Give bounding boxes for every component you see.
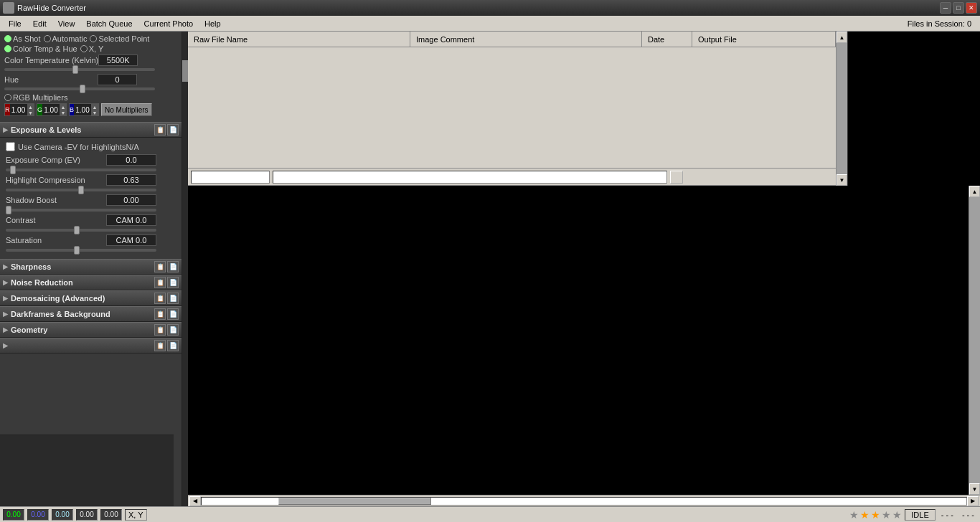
contrast-thumb[interactable] bbox=[74, 226, 80, 234]
darkframes-section-header[interactable]: ▶ Darkframes & Background 📋 📄 bbox=[0, 306, 182, 322]
rgb-b-spin[interactable]: ▲ ▼ bbox=[91, 104, 98, 115]
wb-colortemp-radio[interactable]: Color Temp & Hue bbox=[4, 44, 77, 53]
saturation-slider[interactable] bbox=[6, 249, 156, 252]
star-5[interactable]: ★ bbox=[892, 509, 902, 521]
demosaicing-section-header[interactable]: ▶ Demosaicing (Advanced) 📋 📄 bbox=[0, 290, 182, 306]
hue-slider[interactable] bbox=[4, 87, 155, 90]
wb-xy-radio[interactable]: X, Y bbox=[80, 44, 104, 53]
vscroll-track[interactable] bbox=[837, 43, 847, 174]
exposure-comp-input[interactable] bbox=[106, 154, 156, 166]
highlight-thumb[interactable] bbox=[78, 186, 84, 194]
hscroll-left-arrow[interactable]: ◀ bbox=[189, 496, 201, 506]
rgb-g-down[interactable]: ▼ bbox=[60, 110, 67, 115]
shadow-thumb[interactable] bbox=[6, 206, 11, 214]
extra-section-header[interactable]: ▶ 📋 📄 bbox=[0, 338, 182, 353]
hscroll-track[interactable] bbox=[201, 497, 967, 506]
sharpness-section-header[interactable]: ▶ Sharpness 📋 📄 bbox=[0, 259, 182, 275]
star-1[interactable]: ★ bbox=[849, 509, 859, 521]
no-multipliers-button[interactable]: No Multipliers bbox=[101, 103, 152, 116]
sharpness-paste-icon[interactable]: 📄 bbox=[167, 261, 179, 272]
file-list-vscrollbar[interactable]: ▲ ▼ bbox=[836, 32, 847, 186]
preview-hscrollbar[interactable]: ◀ ▶ bbox=[188, 495, 980, 506]
add-file-button[interactable] bbox=[670, 171, 683, 184]
geometry-paste-icon[interactable]: 📄 bbox=[167, 324, 179, 336]
wb-asshot-radio[interactable]: As Shot bbox=[4, 34, 41, 43]
noise-paste-icon[interactable]: 📄 bbox=[167, 277, 179, 288]
rgb-g-up[interactable]: ▲ bbox=[60, 104, 67, 110]
contrast-slider[interactable] bbox=[6, 229, 156, 232]
preview-vscroll-up[interactable]: ▲ bbox=[969, 186, 980, 197]
exposure-comp-slider[interactable] bbox=[6, 169, 156, 171]
geometry-section-header[interactable]: ▶ Geometry 📋 📄 bbox=[0, 322, 182, 338]
hscroll-right-arrow[interactable]: ▶ bbox=[967, 496, 979, 506]
rgb-r-spin[interactable]: ▲ ▼ bbox=[27, 104, 34, 115]
close-button[interactable]: ✕ bbox=[966, 2, 977, 14]
menu-batch-queue[interactable]: Batch Queue bbox=[80, 18, 138, 29]
left-panel-scroll-area[interactable]: As Shot Automatic Selected Point bbox=[0, 32, 182, 435]
extra-paste-icon[interactable]: 📄 bbox=[167, 340, 179, 351]
left-panel-scroll-thumb[interactable] bbox=[182, 60, 188, 82]
preview-vscroll-down[interactable]: ▼ bbox=[969, 483, 980, 495]
demosaicing-paste-icon[interactable]: 📄 bbox=[167, 293, 179, 304]
extra-copy-icon[interactable]: 📋 bbox=[154, 340, 166, 351]
left-panel-scrollbar[interactable] bbox=[182, 32, 188, 506]
wb-selected-radio[interactable]: Selected Point bbox=[90, 34, 149, 43]
wb-radio-row2: Color Temp & Hue X, Y bbox=[4, 44, 177, 53]
colortemp-label: Color Temp & Hue bbox=[13, 44, 77, 53]
highlight-input[interactable] bbox=[106, 174, 156, 186]
exposure-copy-icon[interactable]: 📋 bbox=[154, 124, 166, 136]
maximize-button[interactable]: □ bbox=[953, 2, 964, 14]
file-comment-input[interactable] bbox=[273, 171, 667, 184]
rgb-g-input[interactable] bbox=[42, 104, 60, 115]
exposure-paste-icon[interactable]: 📄 bbox=[167, 124, 179, 136]
hue-thumb[interactable] bbox=[80, 85, 85, 93]
vscroll-down-arrow[interactable]: ▼ bbox=[837, 174, 847, 186]
rgb-mult-radio[interactable]: RGB Multipliers bbox=[4, 93, 67, 102]
rgb-r-input[interactable] bbox=[10, 104, 27, 115]
menu-help[interactable]: Help bbox=[199, 18, 227, 29]
sharpness-arrow: ▶ bbox=[3, 263, 8, 270]
rgb-r-up[interactable]: ▲ bbox=[27, 104, 34, 110]
noise-copy-icon[interactable]: 📋 bbox=[154, 277, 166, 288]
exposure-section-header[interactable]: ▶ Exposure & Levels 📋 📄 bbox=[0, 122, 182, 138]
wb-automatic-radio[interactable]: Automatic bbox=[44, 34, 88, 43]
vscroll-up-arrow[interactable]: ▲ bbox=[837, 32, 847, 43]
color-temp-input[interactable] bbox=[98, 54, 138, 66]
star-3[interactable]: ★ bbox=[871, 509, 880, 521]
preview-vscroll-track[interactable] bbox=[969, 197, 980, 483]
exposure-comp-thumb[interactable] bbox=[10, 166, 16, 174]
preview-vscrollbar[interactable]: ▲ ▼ bbox=[969, 186, 980, 495]
saturation-input[interactable] bbox=[106, 234, 156, 246]
hue-input[interactable] bbox=[98, 74, 137, 85]
highlight-slider[interactable] bbox=[6, 189, 156, 191]
contrast-input[interactable] bbox=[106, 214, 156, 226]
hscroll-thumb[interactable] bbox=[278, 498, 431, 505]
rgb-b-down[interactable]: ▼ bbox=[91, 110, 98, 115]
menu-view[interactable]: View bbox=[52, 18, 81, 29]
rgb-b-up[interactable]: ▲ bbox=[91, 104, 98, 110]
color-temp-thumb[interactable] bbox=[72, 65, 78, 74]
color-temp-slider[interactable] bbox=[4, 68, 155, 71]
rgb-b-input[interactable] bbox=[74, 104, 91, 115]
color-temp-row: Color Temperature (Kelvin) bbox=[4, 54, 177, 66]
menu-file[interactable]: File bbox=[3, 18, 27, 29]
menu-edit[interactable]: Edit bbox=[27, 18, 52, 29]
shadow-input[interactable] bbox=[106, 194, 156, 206]
use-camera-ev-checkbox[interactable] bbox=[6, 142, 15, 151]
shadow-slider[interactable] bbox=[6, 209, 156, 212]
rgb-g-spin[interactable]: ▲ ▼ bbox=[60, 104, 67, 115]
rgb-r-down[interactable]: ▼ bbox=[27, 110, 34, 115]
saturation-thumb[interactable] bbox=[74, 246, 80, 255]
sharpness-copy-icon[interactable]: 📋 bbox=[154, 261, 166, 272]
file-list-body[interactable] bbox=[188, 47, 836, 168]
noise-reduction-section-header[interactable]: ▶ Noise Reduction 📋 📄 bbox=[0, 275, 182, 290]
menu-current-photo[interactable]: Current Photo bbox=[138, 18, 199, 29]
file-path-input[interactable] bbox=[191, 171, 270, 184]
star-2[interactable]: ★ bbox=[860, 509, 870, 521]
demosaicing-copy-icon[interactable]: 📋 bbox=[154, 293, 166, 304]
geometry-copy-icon[interactable]: 📋 bbox=[154, 324, 166, 336]
minimize-button[interactable]: ─ bbox=[940, 2, 951, 14]
darkframes-copy-icon[interactable]: 📋 bbox=[154, 308, 166, 320]
star-4[interactable]: ★ bbox=[882, 509, 891, 521]
darkframes-paste-icon[interactable]: 📄 bbox=[167, 308, 179, 320]
